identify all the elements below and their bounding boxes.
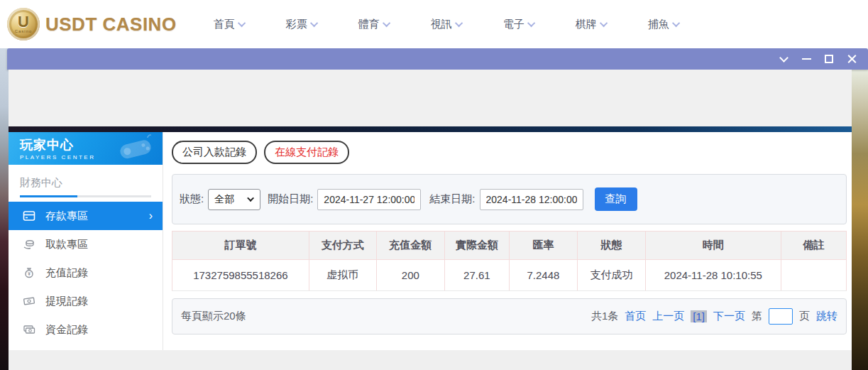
window-collapse-button[interactable] xyxy=(777,53,790,65)
status-select-value: 全部 xyxy=(214,193,234,206)
nav-label: 捕魚 xyxy=(648,18,669,31)
collapse-chevron-icon xyxy=(779,53,789,62)
nav-label: 首頁 xyxy=(214,18,235,31)
minimize-icon xyxy=(802,58,811,60)
chevron-down-icon xyxy=(238,19,246,27)
col-pay-method: 支付方式 xyxy=(309,232,376,260)
col-recharge-amount: 充值金額 xyxy=(376,232,444,260)
window-titlebar xyxy=(7,48,868,70)
nav-item-boardgames[interactable]: 棋牌 xyxy=(576,18,608,31)
nav-item-sports[interactable]: 體育 xyxy=(358,18,390,31)
pagination-bar: 每頁顯示20條 共1条 首页 上一页 [1] 下一页 第 页 跳转 xyxy=(172,298,847,334)
sidebar-item-funds-records[interactable]: 資金記錄 xyxy=(9,315,163,344)
sidebar-item-withdraw[interactable]: 取款專區 xyxy=(9,230,163,259)
window-minimize-button[interactable] xyxy=(800,53,813,65)
jump-link[interactable]: 跳转 xyxy=(816,310,837,323)
cell-time: 2024-11-28 10:10:55 xyxy=(645,260,781,291)
pagination-controls: 共1条 首页 上一页 [1] 下一页 第 页 跳转 xyxy=(591,308,837,325)
records-table: 訂單號 支付方式 充值金額 實際金額 匯率 狀態 時間 備註 xyxy=(172,231,847,291)
window-banner-area xyxy=(9,70,852,126)
cell-rate: 7.2448 xyxy=(509,260,577,291)
window-body: 玩家中心 PLAYERS CENTER 財務中心 xyxy=(9,70,852,370)
cell-status: 支付成功 xyxy=(577,260,645,291)
maximize-icon xyxy=(825,55,833,63)
sidebar-item-deposit[interactable]: 存款專區 › xyxy=(9,202,163,230)
chevron-down-icon xyxy=(527,19,535,27)
nav-item-lottery[interactable]: 彩票 xyxy=(286,18,318,31)
nav-label: 體育 xyxy=(358,18,380,31)
nav-label: 視訊 xyxy=(431,18,452,31)
main-panel: 公司入款記錄 在線支付記錄 狀態: 全部 開始日期: 結束日期: 查詢 xyxy=(163,132,852,350)
col-actual-amount: 實際金額 xyxy=(444,232,509,260)
logo-badge-icon: U Casino xyxy=(7,8,40,40)
start-date-input[interactable] xyxy=(317,189,421,210)
deposit-card-icon xyxy=(23,210,35,222)
cell-actual-amount: 27.61 xyxy=(444,260,509,291)
chevron-down-icon xyxy=(310,19,318,27)
nav-label: 彩票 xyxy=(286,18,307,31)
logo-sub-text: Casino xyxy=(15,29,33,34)
finance-section-label: 財務中心 xyxy=(9,165,163,195)
main-nav: 首頁 彩票 體育 視訊 電子 棋牌 捕魚 xyxy=(214,18,680,31)
filter-panel: 狀態: 全部 開始日期: 結束日期: 查詢 xyxy=(172,174,847,224)
nav-item-home[interactable]: 首頁 xyxy=(214,18,246,31)
page: U Casino USDT CASINO 首頁 彩票 體育 視訊 電子 棋牌 捕… xyxy=(0,0,868,370)
tab-online-payment-records[interactable]: 在線支付記錄 xyxy=(264,141,349,164)
total-count-text: 共1条 xyxy=(591,310,618,323)
sidebar-item-label: 取款專區 xyxy=(45,238,153,251)
col-status: 狀態 xyxy=(577,232,645,260)
nav-label: 棋牌 xyxy=(576,18,597,31)
window-close-button[interactable] xyxy=(845,53,858,65)
site-header: U Casino USDT CASINO 首頁 彩票 體育 視訊 電子 棋牌 捕… xyxy=(0,0,868,48)
sidebar-item-label: 資金記錄 xyxy=(45,323,153,337)
svg-text:¥: ¥ xyxy=(28,271,31,276)
prev-page-link[interactable]: 上一页 xyxy=(652,310,684,323)
current-page-badge: [1] xyxy=(691,310,707,322)
nav-item-live[interactable]: 視訊 xyxy=(431,18,463,31)
sidebar-item-label: 存款專區 xyxy=(45,210,139,223)
window-maximize-button[interactable] xyxy=(823,53,835,65)
end-date-input[interactable] xyxy=(480,189,583,210)
logo[interactable]: U Casino USDT CASINO xyxy=(7,8,177,40)
nav-label: 電子 xyxy=(503,18,524,31)
sidebar: 玩家中心 PLAYERS CENTER 財務中心 xyxy=(9,132,163,350)
select-chevron-icon xyxy=(247,195,254,202)
chevron-down-icon xyxy=(383,19,390,27)
sidebar-item-withdrawal-records[interactable]: 提現記錄 xyxy=(9,287,163,315)
cell-pay-method: 虚拟币 xyxy=(309,260,376,291)
start-date-label: 開始日期: xyxy=(268,192,313,206)
record-tabs: 公司入款記錄 在線支付記錄 xyxy=(172,141,847,164)
chevron-down-icon xyxy=(600,19,608,27)
next-page-link[interactable]: 下一页 xyxy=(713,310,745,323)
end-date-label: 結束日期: xyxy=(429,192,475,206)
chevron-down-icon xyxy=(672,19,680,27)
sidebar-menu: 存款專區 › 取款專區 ¥ 充值記錄 提現記 xyxy=(9,202,163,344)
funds-stack-icon xyxy=(23,323,35,336)
app-window: 玩家中心 PLAYERS CENTER 財務中心 xyxy=(7,48,868,370)
divider-band xyxy=(9,126,852,132)
chevron-down-icon xyxy=(455,19,463,27)
sidebar-item-label: 提現記錄 xyxy=(45,295,153,308)
table-row: 1732759855518266 虚拟币 200 27.61 7.2448 支付… xyxy=(172,260,847,291)
nav-item-slots[interactable]: 電子 xyxy=(503,18,535,31)
status-label: 狀態: xyxy=(180,192,204,206)
search-button[interactable]: 查詢 xyxy=(595,187,637,211)
sidebar-item-label: 充值記錄 xyxy=(45,266,153,280)
page-size-text: 每頁顯示20條 xyxy=(181,310,246,323)
tab-company-deposit-records[interactable]: 公司入款記錄 xyxy=(172,141,257,164)
brand-name: USDT CASINO xyxy=(45,13,177,36)
status-select[interactable]: 全部 xyxy=(208,189,260,210)
page-jump-input[interactable] xyxy=(769,308,793,325)
section-underline xyxy=(20,195,151,197)
players-center-header: 玩家中心 PLAYERS CENTER xyxy=(9,132,163,165)
jump-suffix-text: 页 xyxy=(799,310,810,323)
nav-item-fishing[interactable]: 捕魚 xyxy=(648,18,680,31)
sidebar-item-recharge-records[interactable]: ¥ 充值記錄 xyxy=(9,259,163,287)
logo-letter: U xyxy=(18,15,29,29)
jump-prefix-text: 第 xyxy=(752,310,762,323)
withdraw-hand-icon xyxy=(23,238,35,251)
cell-recharge-amount: 200 xyxy=(376,260,444,291)
first-page-link[interactable]: 首页 xyxy=(625,310,646,323)
money-bag-icon: ¥ xyxy=(23,266,35,279)
chevron-right-icon: › xyxy=(149,210,153,222)
